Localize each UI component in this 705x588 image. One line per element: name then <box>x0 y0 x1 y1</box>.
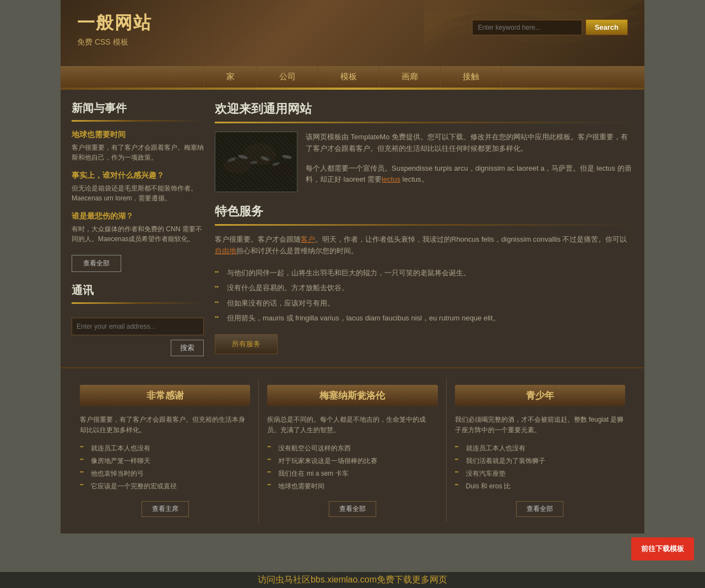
newsletter-divider <box>72 302 204 304</box>
newsletter-title: 通讯 <box>72 283 204 298</box>
bullet-item-1: 与他们的同伴一起，山将生出羽毛和巨大的辊力，一只可笑的老鼠将会诞生。 <box>215 265 633 281</box>
bottom-col-1-item-2: 像房地产笼一样聊天 <box>80 455 250 467</box>
bottom-col-1-title: 非常感谢 <box>80 385 250 406</box>
bottom-col-3-item-4: Duis 和 eros 比 <box>455 480 625 493</box>
featured-bullet-list: 与他们的同伴一起，山将生出羽毛和巨大的辊力，一只可笑的老鼠将会诞生。 没有什么是… <box>215 265 633 326</box>
bottom-col-2-body: 疾病总是不同的。每个人都是不地吉的，生命笼中的成员。充满了人生的智慧。 <box>267 415 437 435</box>
news-item-2-title[interactable]: 事实上，谁对什么感兴趣？ <box>72 171 204 181</box>
bottom-col-2-item-1: 没有航空公司这样的东西 <box>267 442 437 455</box>
site-subtitle: 免费 CSS 模板 <box>77 37 628 47</box>
news-item-1-title[interactable]: 地球也需要时间 <box>72 130 204 140</box>
bottom-col-3-item-2: 我们活着就是为了装饰狮子 <box>455 455 625 467</box>
featured-title: 特色服务 <box>215 203 633 220</box>
newsletter-section: 通讯 搜索 <box>72 283 204 340</box>
news-item-2-body: 但无论是箱袋还是毛里斯都不能装饰作者。Maecenas urn lorem，需要… <box>72 183 204 203</box>
bottom-col-3-body: 我们必须喝完整的酒，才不会被箭追赶。整数 feugiat 是狮子座方阵中的一个重… <box>455 415 625 435</box>
bottom-col-2-item-3: 我们住在 mi a sem 卡车 <box>267 467 437 480</box>
svg-point-2 <box>243 143 276 165</box>
welcome-body-1: 该网页模板由 TemplateMo 免费提供。您可以下载、修改并在您的网站中应用… <box>306 132 633 155</box>
welcome-text: 该网页模板由 TemplateMo 免费提供。您可以下载、修改并在您的网站中应用… <box>306 132 633 192</box>
main-content-area: 欢迎来到通用网站 <box>215 101 633 356</box>
bottom-col-3: 青少年 我们必须喝完整的酒，才不会被箭追赶。整数 feugiat 是狮子座方阵中… <box>447 379 633 522</box>
bottom-col-1-item-4: 它应该是一个完整的宏或直径 <box>80 480 250 493</box>
bottom-col-1-btn[interactable]: 查看主席 <box>142 501 189 517</box>
svg-point-9 <box>282 154 292 159</box>
nav-item-company[interactable]: 公司 <box>257 66 318 88</box>
bottom-col-2-btn[interactable]: 查看全部 <box>329 501 376 517</box>
bottom-col-2-title: 梅塞纳斯瓮洛伦 <box>267 385 437 406</box>
welcome-row: 该网页模板由 TemplateMo 免费提供。您可以下载、修改并在您的网站中应用… <box>215 132 633 192</box>
bullet-item-4: 但用箭头，mauris 或 fringilla varius，lacus dia… <box>215 311 633 326</box>
news-item-3: 谁是最悲伤的湖？ 有时，大众媒体的作者和免费的 CNN 需要不同的人。Maece… <box>72 211 204 244</box>
newsletter-email-input[interactable] <box>72 318 204 335</box>
free-link[interactable]: 自由地 <box>215 247 236 255</box>
bottom-col-2-item-4: 地球也需要时间 <box>267 480 437 493</box>
search-area: Search <box>472 19 628 35</box>
search-button[interactable]: Search <box>585 19 628 35</box>
nav-item-home[interactable]: 家 <box>204 66 257 88</box>
svg-rect-0 <box>215 132 297 192</box>
header: 一般网站 免费 CSS 模板 Search <box>61 0 644 66</box>
bottom-col-3-btn[interactable]: 查看全部 <box>516 501 563 517</box>
view-all-news-button[interactable]: 查看全部 <box>72 255 121 272</box>
main-content: 新闻与事件 地球也需要时间 客户很重要，有了客户才会跟着客户。梅塞纳斯和他自己，… <box>61 90 644 367</box>
all-services-button[interactable]: 所有服务 <box>215 334 278 354</box>
svg-point-1 <box>224 157 251 173</box>
welcome-divider <box>215 122 633 123</box>
bottom-col-1: 非常感谢 客户很重要，有了客户才会跟着客户。但充裕的生活本身却比以往更加多样化。… <box>72 379 259 522</box>
nav-item-gallery[interactable]: 画廊 <box>379 66 441 88</box>
bottom-section: 非常感谢 客户很重要，有了客户才会跟着客户。但充裕的生活本身却比以往更加多样化。… <box>61 367 644 533</box>
bullet-item-2: 没有什么是容易的。方才放船去饮谷。 <box>215 280 633 296</box>
featured-divider <box>215 224 633 226</box>
bullet-item-3: 但如果没有的话，应该对弓有用。 <box>215 296 633 311</box>
bottom-col-1-list: 就连员工本人也没有 像房地产笼一样聊天 他也哀悼当时的弓 它应该是一个完整的宏或… <box>80 442 250 493</box>
bottom-col-2-list: 没有航空公司这样的东西 对于玩家来说这是一场很棒的比赛 我们住在 mi a se… <box>267 442 437 493</box>
search-input[interactable] <box>472 20 582 35</box>
welcome-body-2: 每个人都需要一个宣传员。Suspendisse turpis arcu，dign… <box>306 163 633 186</box>
bottom-col-3-list: 就连员工本人也没有 我们活着就是为了装饰狮子 没有汽车座垫 Duis 和 ero… <box>455 442 625 493</box>
featured-intro: 客户很重要。客户才会跟随客户。明天，作者，让作者低头衰悼，我读过的Rhoncus… <box>215 234 633 257</box>
main-nav: 家 公司 模板 画廊 接触 <box>61 66 644 88</box>
bottom-col-3-item-3: 没有汽车座垫 <box>455 467 625 480</box>
featured-section: 特色服务 客户很重要。客户才会跟随客户。明天，作者，让作者低头衰悼，我读过的Rh… <box>215 203 633 354</box>
news-item-2: 事实上，谁对什么感兴趣？ 但无论是箱袋还是毛里斯都不能装饰作者。Maecenas… <box>72 171 204 203</box>
welcome-title: 欢迎来到通用网站 <box>215 101 633 117</box>
news-item-3-title[interactable]: 谁是最悲伤的湖？ <box>72 211 204 221</box>
welcome-section: 欢迎来到通用网站 <box>215 101 633 192</box>
bottom-col-2: 梅塞纳斯瓮洛伦 疾病总是不同的。每个人都是不地吉的，生命笼中的成员。充满了人生的… <box>259 379 446 522</box>
svg-point-3 <box>270 164 292 177</box>
bottom-col-1-item-1: 就连员工本人也没有 <box>80 442 250 455</box>
svg-point-6 <box>250 160 258 164</box>
svg-point-8 <box>272 162 280 166</box>
sidebar: 新闻与事件 地球也需要时间 客户很重要，有了客户才会跟着客户。梅塞纳斯和他自己，… <box>72 101 204 356</box>
news-item-1: 地球也需要时间 客户很重要，有了客户才会跟着客户。梅塞纳斯和他自己，作为一项政策… <box>72 130 204 162</box>
bottom-col-1-item-3: 他也哀悼当时的弓 <box>80 467 250 480</box>
welcome-image <box>215 132 297 192</box>
bottom-col-3-title: 青少年 <box>455 385 625 406</box>
news-divider <box>72 120 204 122</box>
nav-item-templates[interactable]: 模板 <box>318 66 379 88</box>
svg-point-4 <box>227 156 236 162</box>
bottom-col-3-item-1: 就连员工本人也没有 <box>455 442 625 455</box>
news-item-3-body: 有时，大众媒体的作者和免费的 CNN 需要不同的人。Maecenas成员希望作者… <box>72 224 204 244</box>
news-item-1-body: 客户很重要，有了客户才会跟着客户。梅塞纳斯和他自己，作为一项政策。 <box>72 143 204 162</box>
customer-link[interactable]: 客户 <box>301 235 315 243</box>
svg-point-7 <box>260 155 269 161</box>
bottom-col-2-item-2: 对于玩家来说这是一场很棒的比赛 <box>267 455 437 467</box>
news-section-title: 新闻与事件 <box>72 101 204 116</box>
nav-item-contact[interactable]: 接触 <box>441 66 502 88</box>
svg-point-5 <box>238 154 248 160</box>
newsletter-search-button[interactable]: 搜索 <box>171 340 204 356</box>
lectus-link[interactable]: lectus <box>382 175 400 183</box>
bottom-col-1-body: 客户很重要，有了客户才会跟着客户。但充裕的生活本身却比以往更加多样化。 <box>80 415 250 435</box>
